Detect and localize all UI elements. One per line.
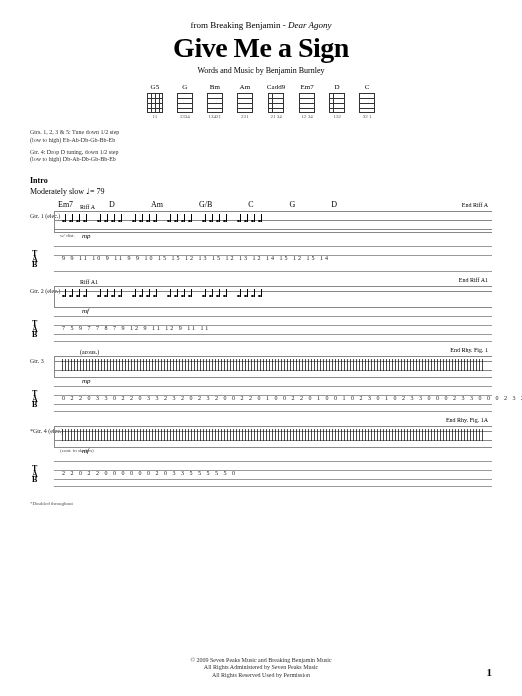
- section-label: Intro: [30, 176, 492, 185]
- staff-system: Gtr. 2 (elec.)Riff A1End Riff A1mfTAB7 5…: [30, 286, 492, 342]
- chord-symbol: D: [331, 200, 337, 209]
- tuning-line-1b: (low to high) Eb-Ab-Db-Gb-Bb-Eb: [30, 137, 492, 145]
- tab-fret-numbers: 2 2 0 2 2 0 0 0 0 0 0 2 0 3 3 5 5 5 5 5 …: [62, 470, 237, 476]
- chord-diagrams-row: G511G1334Bm13421Am231Cadd921 34Em712 34D…: [30, 83, 492, 119]
- end-label: End Riff A1: [459, 277, 488, 283]
- tab-staff: TAB9 9 11 10 9 11 9 9 10 15 15 12 13 15 …: [54, 246, 492, 272]
- chord-name: G5: [147, 83, 163, 91]
- copyright-footer: © 2009 Seven Peaks Music and Breaking Be…: [0, 657, 522, 680]
- chord-fingering: 11: [147, 114, 163, 119]
- chord-grid-icon: [359, 93, 375, 113]
- tab-fret-numbers: 0 2 2 0 3 3 0 2 2 0 3 3 2 3 2 0 2 3 2 0 …: [62, 395, 522, 401]
- chord-symbol: Am: [151, 200, 163, 209]
- tab-staff: TAB0 2 2 0 3 3 0 2 2 0 3 3 2 3 2 0 2 3 2…: [54, 386, 492, 412]
- chord-symbol: Em7: [58, 200, 73, 209]
- footer-line-1: © 2009 Seven Peaks Music and Breaking Be…: [0, 657, 522, 665]
- sheet-header: from Breaking Benjamin - Dear Agony Give…: [30, 20, 492, 75]
- tab-label-icon: TAB: [32, 251, 37, 268]
- tab-label-icon: TAB: [32, 391, 37, 408]
- effect-note: (cont. in slashes): [60, 448, 522, 453]
- staff-system: Gtr. 1 (elec.)Riff AEnd Riff Ampw/ dist.…: [30, 211, 492, 272]
- song-title: Give Me a Sign: [30, 32, 492, 64]
- chord-grid-icon: [299, 93, 315, 113]
- chord-name: C: [359, 83, 375, 91]
- chord-diagram: Am231: [237, 83, 253, 119]
- footer-line-2: All Rights Administered by Seven Peaks M…: [0, 664, 522, 672]
- notation-staff: End Rhy. Fig. 1Amf: [54, 426, 492, 448]
- tuning-line-2b: (low to high) Db-Ab-Db-Gb-Bb-Eb: [30, 156, 492, 164]
- chord-grid-icon: [177, 93, 193, 113]
- end-label: End Rhy. Fig. 1: [450, 347, 488, 353]
- tuning-line-1: Gtrs. 1, 2, 3 & 5: Tune down 1/2 step: [30, 129, 492, 137]
- source-line: from Breaking Benjamin - Dear Agony: [30, 20, 492, 30]
- source-prefix: from Breaking Benjamin -: [190, 20, 287, 30]
- chord-diagram: Bm13421: [207, 83, 223, 119]
- chord-fingering: 13421: [207, 114, 223, 119]
- tab-label-icon: TAB: [32, 466, 37, 483]
- chord-diagram: D132: [329, 83, 345, 119]
- credits: Words and Music by Benjamin Burnley: [30, 66, 492, 75]
- tuning-line-2: Gtr. 4: Drop D tuning, down 1/2 step: [30, 149, 492, 157]
- tempo-marking: Moderately slow ♩= 79: [30, 187, 492, 196]
- chord-diagram: Cadd921 34: [267, 83, 285, 119]
- tab-label-icon: TAB: [32, 321, 37, 338]
- page-number: 1: [487, 666, 493, 678]
- chord-grid-icon: [237, 93, 253, 113]
- chord-name: Am: [237, 83, 253, 91]
- notation-staff: Riff AEnd Riff Amp: [54, 211, 492, 233]
- chord-fingering: 12 34: [299, 114, 315, 119]
- notation-notes: [62, 429, 484, 441]
- riff-label: (acous.): [80, 349, 99, 355]
- tab-fret-numbers: 9 9 11 10 9 11 9 9 10 15 15 12 13 15 12 …: [62, 255, 330, 261]
- chord-name: D: [329, 83, 345, 91]
- chord-fingering: 21 34: [267, 114, 285, 119]
- guitar-label: Gtr. 3: [30, 358, 44, 364]
- chord-diagram: Em712 34: [299, 83, 315, 119]
- footer-line-3: All Rights Reserved Used by Permission: [0, 672, 522, 680]
- notation-notes: [62, 359, 484, 371]
- dynamic-marking: mf: [82, 307, 89, 315]
- chord-symbol: G: [290, 200, 296, 209]
- tab-staff: TAB7 5 9 7 7 8 7 9 12 9 11 12 9 11 11: [54, 316, 492, 342]
- chord-grid-icon: [147, 93, 163, 113]
- chord-fingering: 132: [329, 114, 345, 119]
- chord-symbol: C: [248, 200, 253, 209]
- staff-system: *Gtr. 4 (elec.)End Rhy. Fig. 1Amf(cont. …: [30, 426, 492, 487]
- chord-fingering: 231: [237, 114, 253, 119]
- dynamic-marking: mp: [82, 377, 91, 385]
- end-label: End Riff A: [462, 202, 488, 208]
- notation-notes: [62, 289, 484, 305]
- riff-label: Riff A1: [80, 279, 98, 285]
- staff-system: Gtr. 3(acous.)End Rhy. Fig. 1mpTAB0 2 2 …: [30, 356, 492, 412]
- chord-diagram: C32 1: [359, 83, 375, 119]
- chord-symbol: D: [109, 200, 115, 209]
- chord-name: G: [177, 83, 193, 91]
- chord-grid-icon: [268, 93, 284, 113]
- tab-staff: TAB2 2 0 2 2 0 0 0 0 0 0 2 0 3 3 5 5 5 5…: [54, 461, 492, 487]
- tab-fret-numbers: 7 5 9 7 7 8 7 9 12 9 11 12 9 11 11: [62, 325, 210, 331]
- riff-label: Riff A: [80, 204, 95, 210]
- staff-systems-container: Gtr. 1 (elec.)Riff AEnd Riff Ampw/ dist.…: [30, 211, 492, 487]
- chord-grid-icon: [207, 93, 223, 113]
- chord-fingering: 1334: [177, 114, 193, 119]
- chord-diagram: G1334: [177, 83, 193, 119]
- chord-fingering: 32 1: [359, 114, 375, 119]
- notation-staff: Riff A1End Riff A1mf: [54, 286, 492, 308]
- effect-note: w/ dist.: [60, 233, 522, 238]
- chord-name: Em7: [299, 83, 315, 91]
- tuning-notes: Gtrs. 1, 2, 3 & 5: Tune down 1/2 step (l…: [30, 129, 492, 164]
- chord-grid-icon: [329, 93, 345, 113]
- end-label: End Rhy. Fig. 1A: [446, 417, 488, 423]
- chord-symbol: G/B: [199, 200, 212, 209]
- chord-progression: Em7DAmG/BCGD: [30, 200, 492, 209]
- album-name: Dear Agony: [288, 20, 332, 30]
- footnote: *Doubled throughout: [30, 501, 492, 506]
- notation-notes: [62, 214, 484, 230]
- chord-name: Bm: [207, 83, 223, 91]
- notation-staff: (acous.)End Rhy. Fig. 1mp: [54, 356, 492, 378]
- chord-name: Cadd9: [267, 83, 285, 91]
- chord-diagram: G511: [147, 83, 163, 119]
